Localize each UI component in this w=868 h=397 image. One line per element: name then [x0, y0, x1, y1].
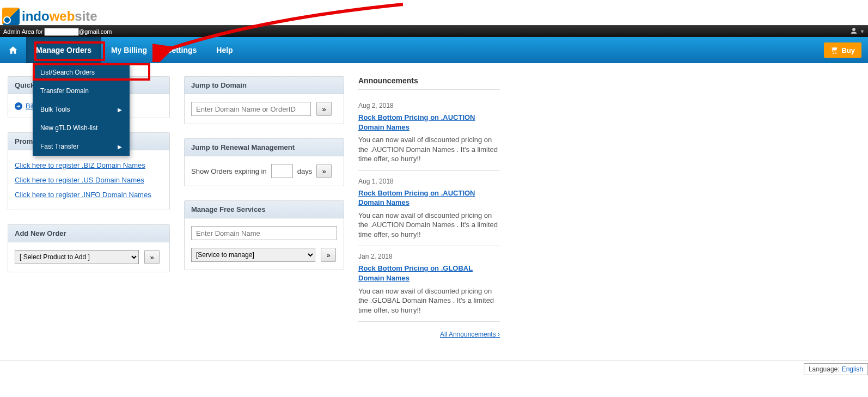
- jump-domain-go-button[interactable]: »: [316, 102, 332, 116]
- all-announcements-link[interactable]: All Announcements ›: [358, 331, 500, 338]
- manage-orders-dropdown: List/Search Orders Transfer Domain Bulk …: [33, 63, 130, 156]
- arrow-circle-icon: ➔: [15, 102, 22, 110]
- nav-manage-orders[interactable]: Manage Orders: [26, 37, 101, 63]
- promo-link-info[interactable]: Click here to register .INFO Domain Name…: [15, 187, 163, 202]
- nav-help[interactable]: Help: [206, 37, 242, 63]
- announcement-body: You can now avail of discounted pricing …: [358, 211, 500, 240]
- renewal-panel: Jump to Renewal Management Show Orders e…: [184, 138, 344, 186]
- nav-label: Manage Orders: [36, 46, 91, 54]
- logo-badge-icon: [2, 8, 20, 25]
- dropdown-transfer-domain[interactable]: Transfer Domain: [33, 82, 130, 100]
- announcement-body: You can now avail of discounted pricing …: [358, 135, 500, 164]
- chevron-right-icon: ▶: [118, 144, 122, 150]
- nav-label: Settings: [167, 46, 197, 54]
- dropdown-list-search-orders[interactable]: List/Search Orders: [33, 63, 130, 82]
- panel-heading: Jump to Domain: [185, 77, 344, 94]
- logo-text-3: site: [75, 9, 97, 24]
- dropdown-item-label: List/Search Orders: [40, 69, 95, 76]
- home-icon: [8, 45, 18, 55]
- free-services-go-button[interactable]: »: [321, 248, 336, 262]
- admin-area-label: Admin Area for ████████@gmail.com: [3, 28, 112, 35]
- announcement-item: Aug 1, 2018 Rock Bottom Pricing on .AUCT…: [358, 171, 500, 247]
- jump-to-domain-panel: Jump to Domain »: [184, 76, 344, 124]
- chevron-right-icon: ▶: [118, 107, 122, 113]
- announcement-title-link[interactable]: Rock Bottom Pricing on .GLOBAL Domain Na…: [358, 264, 500, 283]
- brand-logo: indowebsite: [2, 8, 97, 25]
- announcement-title-link[interactable]: Rock Bottom Pricing on .AUCTION Domain N…: [358, 188, 500, 207]
- nav-settings[interactable]: Settings: [157, 37, 206, 63]
- service-select[interactable]: [Service to manage]: [191, 248, 315, 262]
- announcements-heading: Announcements: [358, 76, 500, 90]
- renewal-days-input[interactable]: [271, 164, 293, 178]
- dropdown-bulk-tools[interactable]: Bulk Tools▶: [33, 100, 130, 119]
- logo-bar: indowebsite: [0, 0, 868, 25]
- add-order-go-button[interactable]: »: [144, 250, 160, 264]
- dropdown-item-label: Fast Transfer: [40, 143, 79, 150]
- logo-text-2: web: [50, 9, 75, 24]
- announcement-item: Aug 2, 2018 Rock Bottom Pricing on .AUCT…: [358, 95, 500, 171]
- dropdown-item-label: New gTLD Wish-list: [40, 124, 97, 132]
- domain-orderid-input[interactable]: [191, 102, 311, 116]
- chevron-down-icon: ▼: [860, 29, 865, 34]
- announcement-date: Aug 1, 2018: [358, 178, 500, 185]
- nav-my-billing[interactable]: My Billing: [101, 37, 157, 63]
- product-select[interactable]: [ Select Product to Add ]: [15, 250, 139, 264]
- nav-home[interactable]: [0, 37, 26, 63]
- panel-heading: Manage Free Services: [185, 201, 344, 218]
- dropdown-new-gtld-wishlist[interactable]: New gTLD Wish-list: [33, 119, 130, 137]
- renewal-prefix-label: Show Orders expiring in: [191, 167, 267, 175]
- buy-label: Buy: [841, 46, 855, 54]
- admin-user-menu[interactable]: ▼: [850, 27, 865, 36]
- right-column: Announcements Aug 2, 2018 Rock Bottom Pr…: [358, 76, 500, 338]
- main-nav: Manage Orders My Billing Settings Help B…: [0, 37, 868, 63]
- mid-column: Jump to Domain » Jump to Renewal Managem…: [184, 76, 344, 338]
- admin-bar: Admin Area for ████████@gmail.com ▼: [0, 25, 868, 37]
- dropdown-item-label: Transfer Domain: [40, 87, 89, 95]
- language-label: Language:: [809, 365, 840, 373]
- logo-text-1: indo: [22, 9, 50, 24]
- dropdown-fast-transfer[interactable]: Fast Transfer▶: [33, 137, 130, 156]
- announcement-body: You can now avail of discounted pricing …: [358, 286, 500, 315]
- free-domain-input[interactable]: [191, 226, 337, 240]
- language-selector[interactable]: Language: English: [804, 363, 868, 375]
- content-area: Quick Links ➔ Billing Promos / Offers Cl…: [0, 63, 868, 360]
- announcement-item: Jan 2, 2018 Rock Bottom Pricing on .GLOB…: [358, 246, 500, 322]
- language-value: English: [842, 365, 863, 373]
- footer: Language: English: [0, 361, 868, 375]
- nav-label: Help: [216, 46, 233, 54]
- buy-button[interactable]: Buy: [824, 42, 861, 58]
- panel-heading: Add New Order: [8, 225, 169, 242]
- nav-label: My Billing: [111, 46, 147, 54]
- renewal-suffix-label: days: [297, 167, 312, 175]
- renewal-go-button[interactable]: »: [316, 164, 332, 178]
- announcement-date: Aug 2, 2018: [358, 102, 500, 109]
- announcement-date: Jan 2, 2018: [358, 253, 500, 260]
- panel-heading: Jump to Renewal Management: [185, 139, 344, 156]
- dropdown-item-label: Bulk Tools: [40, 106, 70, 113]
- announcements-section: Announcements Aug 2, 2018 Rock Bottom Pr…: [358, 76, 500, 338]
- announcement-title-link[interactable]: Rock Bottom Pricing on .AUCTION Domain N…: [358, 113, 500, 132]
- add-new-order-panel: Add New Order [ Select Product to Add ] …: [8, 224, 170, 272]
- user-icon: [850, 27, 858, 36]
- promo-link-us[interactable]: Click here to register .US Domain Names: [15, 173, 163, 187]
- free-services-panel: Manage Free Services [Service to manage]…: [184, 200, 344, 270]
- cart-icon: [830, 46, 838, 54]
- promo-link-biz[interactable]: Click here to register .BIZ Domain Names: [15, 158, 163, 173]
